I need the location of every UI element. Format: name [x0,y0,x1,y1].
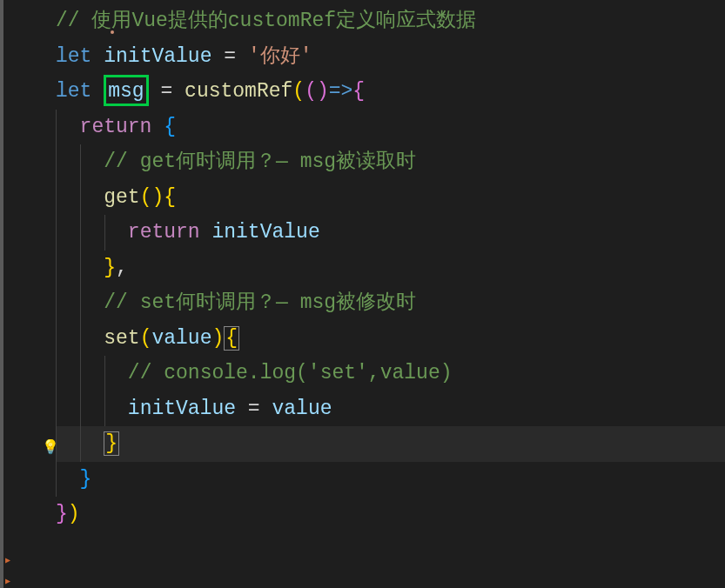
comment-text: // console.log('set',value) [128,362,453,384]
comment-text: // set何时调用？— msg被修改时 [104,291,416,314]
code-line[interactable]: // console.log('set',value) [56,356,725,391]
editor-gutter: 💡 ▶ ▶ [3,0,56,588]
bracket: ) [68,503,80,525]
bracket: } [80,468,92,491]
comment-text: // get何时调用？— msg被读取时 [104,150,416,173]
bracket-matched: { [224,326,239,351]
variable: initValue [104,45,211,68]
variable: initValue [128,398,236,420]
operator: = [149,80,185,103]
bracket: { [352,80,365,103]
fold-marker-icon[interactable]: ▶ [5,555,10,565]
bracket: ) [317,80,329,103]
bracket: ( [305,80,317,103]
code-line[interactable]: return { [56,110,725,145]
bracket: { [164,186,176,209]
operator: = [211,45,247,68]
code-line[interactable]: // set何时调用？— msg被修改时 [56,285,725,321]
bracket: ) [211,327,224,350]
code-line[interactable] [56,532,725,568]
bracket: ( [140,327,152,350]
code-line-current[interactable]: } [56,426,725,462]
code-line[interactable]: initValue = value [56,391,725,427]
comma: , [116,257,128,279]
search-highlight: msg [104,75,148,106]
code-line[interactable]: // get何时调用？— msg被读取时 [56,144,725,180]
parameter: value [151,327,211,350]
operator: = [236,398,272,420]
code-line[interactable]: get(){ [56,180,725,216]
bracket-matched: } [104,431,119,456]
code-line[interactable]: } [56,462,725,498]
variable: initValue [200,221,320,244]
code-editor[interactable]: 💡 ▶ ▶ // 使用Vue提供的customRef定义响应式数据 let in… [0,0,725,588]
code-line[interactable]: let initValue = '你好' [56,39,725,75]
keyword: let [56,80,91,103]
bracket: { [151,116,176,138]
keyword: return [128,221,200,244]
code-line[interactable]: let msg = customRef(()=>{ [56,74,725,110]
bracket: } [104,257,116,279]
lightbulb-icon[interactable]: 💡 [42,438,54,451]
arrow: => [329,80,353,103]
code-line[interactable]: }, [56,251,725,286]
method-name: get [104,186,139,209]
keyword: return [80,116,152,138]
method-name: set [104,327,139,350]
function-name: customRef [185,80,292,103]
comment-text: // 使用Vue提供的customRef定义响应式数据 [56,10,476,32]
code-line[interactable]: set(value){ [56,321,725,357]
variable: msg [108,80,144,103]
code-line[interactable]: }) [56,497,725,532]
fold-marker-icon[interactable]: ▶ [5,576,10,586]
bracket: ( [292,80,305,103]
code-line[interactable]: return initValue [56,215,725,251]
bracket: } [56,503,68,525]
string-literal: '你好' [248,45,312,68]
code-content[interactable]: // 使用Vue提供的customRef定义响应式数据 let initValu… [56,0,725,588]
code-line[interactable]: // 使用Vue提供的customRef定义响应式数据 [56,3,725,39]
variable: value [272,398,332,420]
bracket: () [140,186,164,209]
keyword: let [56,45,91,68]
